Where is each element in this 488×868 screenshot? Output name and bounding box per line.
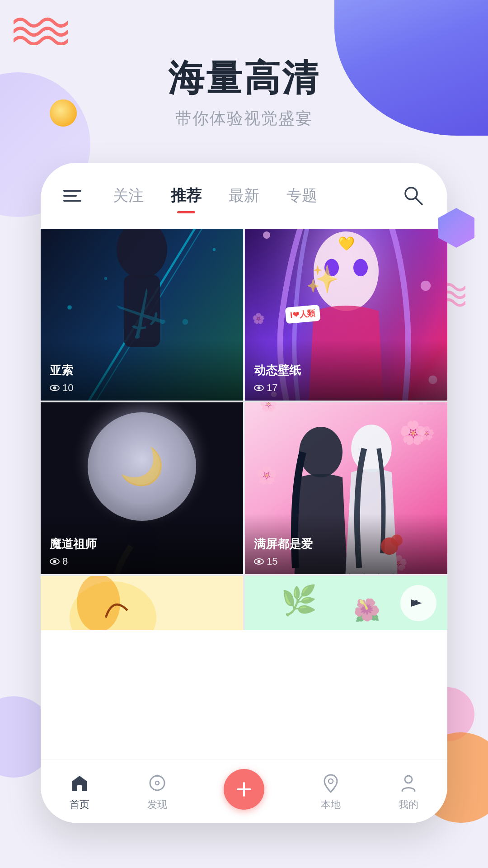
header-section: 海量高清 带你体验视觉盛宴 bbox=[0, 54, 488, 130]
eye-icon bbox=[50, 385, 60, 391]
item-overlay-yasuo: 亚索 10 bbox=[41, 340, 243, 401]
tab-follow[interactable]: 关注 bbox=[99, 181, 157, 211]
svg-point-9 bbox=[183, 319, 188, 325]
nav-label-local: 本地 bbox=[321, 798, 341, 811]
location-icon bbox=[319, 772, 342, 794]
nav-item-add[interactable] bbox=[224, 769, 264, 814]
item-overlay-anime-girl: 动态壁纸 17 bbox=[245, 340, 447, 401]
svg-point-26 bbox=[88, 412, 196, 521]
nav-item-home[interactable]: 首页 bbox=[68, 772, 91, 811]
item-title-yasuo: 亚索 bbox=[50, 363, 234, 378]
content-grid: 亚索 10 bbox=[41, 229, 447, 630]
item-views-couple: 15 bbox=[254, 556, 438, 567]
grid-item-yasuo[interactable]: 亚索 10 bbox=[41, 229, 243, 401]
tab-topics[interactable]: 专题 bbox=[273, 181, 331, 211]
svg-rect-56 bbox=[77, 785, 82, 792]
add-button[interactable] bbox=[224, 769, 264, 810]
svg-text:🌸: 🌸 bbox=[418, 425, 435, 441]
item-overlay-modao: 魔道祖师 8 bbox=[41, 514, 243, 574]
svg-point-63 bbox=[405, 776, 412, 783]
item-overlay-couple: 满屏都是爱 15 bbox=[245, 514, 447, 574]
view-count-yasuo: 10 bbox=[62, 382, 73, 394]
svg-point-16 bbox=[263, 231, 270, 239]
grid-item-modao[interactable]: 魔道祖师 8 bbox=[41, 402, 243, 574]
love-badge: I❤人類 bbox=[285, 305, 320, 324]
tab-recommended[interactable]: 推荐 bbox=[157, 181, 215, 211]
nav-item-local[interactable]: 本地 bbox=[319, 772, 342, 811]
image-partial-1 bbox=[41, 576, 243, 630]
svg-point-55 bbox=[415, 600, 418, 603]
grid-item-partial-1[interactable] bbox=[41, 576, 243, 630]
view-count-anime-girl: 17 bbox=[267, 382, 277, 394]
grid-item-couple[interactable]: 🌸 🌸 🌸 🌸 🌸 🌸 bbox=[245, 402, 447, 574]
svg-text:🌸: 🌸 bbox=[252, 312, 265, 325]
svg-point-58 bbox=[155, 781, 159, 785]
svg-point-49 bbox=[77, 576, 120, 630]
view-count-modao: 8 bbox=[62, 556, 68, 567]
svg-point-59 bbox=[156, 774, 159, 777]
item-views-anime-girl: 17 bbox=[254, 382, 438, 394]
item-title-couple: 满屏都是爱 bbox=[254, 536, 438, 552]
svg-line-1 bbox=[416, 198, 422, 204]
svg-point-7 bbox=[67, 305, 72, 310]
grid-item-partial-2[interactable]: 🌿 🌺 bbox=[245, 576, 447, 630]
item-views-modao: 8 bbox=[50, 556, 234, 567]
svg-point-36 bbox=[299, 427, 343, 477]
hexagon-decoration bbox=[438, 208, 474, 248]
image-partial-2: 🌿 🌺 bbox=[245, 576, 447, 630]
eye-icon-4 bbox=[254, 558, 264, 565]
nav-tabs-bar: 关注 推荐 最新 专题 bbox=[41, 163, 447, 220]
svg-point-15 bbox=[353, 259, 368, 276]
bottom-nav: 首页 发现 bbox=[41, 760, 447, 823]
search-icon[interactable] bbox=[402, 184, 425, 207]
view-count-couple: 15 bbox=[267, 556, 277, 567]
profile-icon bbox=[397, 772, 420, 794]
phone-mockup: 关注 推荐 最新 专题 bbox=[41, 163, 447, 823]
svg-rect-6 bbox=[124, 275, 160, 347]
svg-text:🌸: 🌸 bbox=[256, 465, 277, 486]
svg-point-57 bbox=[150, 776, 164, 790]
svg-point-10 bbox=[213, 248, 216, 251]
svg-point-14 bbox=[324, 259, 339, 276]
eye-icon-2 bbox=[254, 385, 264, 391]
nav-label-discover: 发现 bbox=[147, 798, 167, 811]
svg-point-54 bbox=[411, 602, 414, 604]
tab-latest[interactable]: 最新 bbox=[215, 181, 273, 211]
item-views-yasuo: 10 bbox=[50, 382, 234, 394]
item-title-anime-girl: 动态壁纸 bbox=[254, 363, 438, 378]
discover-icon bbox=[146, 772, 169, 794]
item-title-modao: 魔道祖师 bbox=[50, 536, 234, 552]
svg-point-8 bbox=[104, 277, 107, 280]
svg-point-37 bbox=[351, 425, 392, 472]
menu-icon[interactable] bbox=[63, 190, 86, 202]
nav-item-discover[interactable]: 发现 bbox=[146, 772, 169, 811]
nav-label-profile: 我的 bbox=[399, 798, 418, 811]
nav-item-profile[interactable]: 我的 bbox=[397, 772, 420, 811]
grid-item-anime-girl[interactable]: ✨ 💫 🌸 ✨ I❤人類 💛 动态壁纸 17 bbox=[245, 229, 447, 401]
wave-decoration-top-left bbox=[14, 14, 68, 45]
home-icon bbox=[68, 772, 91, 794]
eye-icon-3 bbox=[50, 558, 60, 565]
svg-text:🌺: 🌺 bbox=[353, 597, 380, 623]
page-title: 海量高清 bbox=[0, 54, 488, 103]
svg-point-17 bbox=[421, 281, 431, 291]
svg-point-62 bbox=[328, 779, 333, 783]
svg-text:🌸: 🌸 bbox=[259, 402, 277, 412]
svg-text:🌿: 🌿 bbox=[281, 583, 317, 618]
page-subtitle: 带你体验视觉盛宴 bbox=[0, 108, 488, 130]
nav-label-home: 首页 bbox=[70, 798, 89, 811]
heart-decoration: 💛 bbox=[338, 236, 355, 251]
